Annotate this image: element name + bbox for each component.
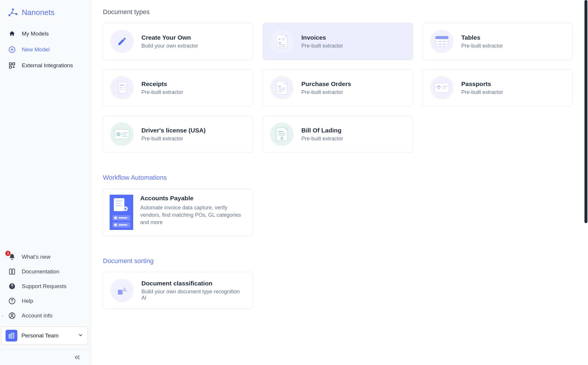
card-title: Receipts xyxy=(141,80,183,88)
svg-rect-7 xyxy=(9,66,11,68)
card-accounts-payable[interactable]: Accounts Payable Automate invoice data c… xyxy=(103,189,253,236)
svg-rect-16 xyxy=(278,44,285,45)
svg-point-18 xyxy=(279,38,280,40)
table-doc-icon xyxy=(430,30,454,53)
svg-rect-24 xyxy=(120,87,123,88)
collapse-sidebar-icon[interactable] xyxy=(74,354,81,361)
svg-rect-47 xyxy=(278,133,285,134)
book-icon xyxy=(8,268,16,275)
sidebar-item-documentation[interactable]: Documentation xyxy=(0,264,91,279)
svg-rect-6 xyxy=(13,63,15,65)
card-subtitle: Pre-built extractor xyxy=(141,89,183,95)
card-title: Tables xyxy=(461,34,503,41)
svg-rect-53 xyxy=(116,205,122,206)
page-scrollbar-thumb[interactable] xyxy=(584,0,587,223)
svg-rect-32 xyxy=(278,90,285,90)
svg-rect-57 xyxy=(118,217,127,218)
svg-rect-23 xyxy=(120,85,124,85)
svg-rect-14 xyxy=(277,35,287,48)
svg-rect-37 xyxy=(442,86,448,87)
svg-rect-60 xyxy=(118,224,127,226)
po-doc-icon: PO xyxy=(270,76,294,100)
card-title: Driver's license (USA) xyxy=(141,127,206,134)
svg-rect-15 xyxy=(278,43,281,43)
svg-text:PO: PO xyxy=(284,83,287,85)
svg-point-56 xyxy=(114,216,117,219)
svg-rect-25 xyxy=(124,87,125,88)
team-switcher[interactable]: Personal Team xyxy=(1,327,88,345)
svg-rect-44 xyxy=(122,136,127,137)
sidebar-nav-top: My Models New Model External Integration… xyxy=(0,25,91,73)
card-description: Automate invoice data capture, verify ve… xyxy=(140,204,246,226)
sidebar-item-label: External Integrations xyxy=(22,62,73,69)
section-title-workflow-automations[interactable]: Workflow Automations xyxy=(103,174,576,181)
svg-rect-52 xyxy=(116,203,121,204)
question-outline-icon xyxy=(8,297,16,305)
card-receipts[interactable]: Receipts Pre-built extractor xyxy=(103,69,253,106)
card-subtitle: Pre-built extractor xyxy=(461,43,503,49)
card-passports[interactable]: Passports Pre-built extractor xyxy=(423,69,573,106)
sidebar-item-label: Account info xyxy=(22,312,53,319)
home-icon xyxy=(8,30,16,38)
card-title: Passports xyxy=(461,80,503,88)
svg-rect-30 xyxy=(278,86,281,87)
card-document-classification[interactable]: Document classification Build your own d… xyxy=(103,272,253,309)
card-purchase-orders[interactable]: PO Purchase Orders Pre-built extractor xyxy=(263,69,413,106)
sidebar-item-label: What's new xyxy=(22,254,51,260)
brand-name: Nanonets xyxy=(22,8,54,17)
page-scrollbar-track[interactable] xyxy=(584,0,588,365)
invoice-doc-icon xyxy=(270,30,294,53)
team-icon xyxy=(6,330,17,342)
grid-add-icon xyxy=(8,62,16,69)
sidebar-item-label: Documentation xyxy=(22,268,59,275)
svg-rect-19 xyxy=(282,38,285,39)
team-label: Personal Team xyxy=(21,332,74,339)
card-invoices[interactable]: Invoices Pre-built extractor xyxy=(263,23,413,60)
svg-rect-17 xyxy=(278,46,285,47)
svg-rect-22 xyxy=(435,36,448,39)
card-subtitle: Build your own extractor xyxy=(141,43,198,49)
card-bill-of-lading[interactable]: Bill Of Lading Pre-built extractor xyxy=(263,116,413,153)
accounts-payable-thumb-icon xyxy=(110,195,133,230)
brand-logo[interactable]: Nanonets xyxy=(0,0,91,25)
sidebar-item-new-model[interactable]: New Model xyxy=(0,42,91,58)
sidebar: Nanonets My Models New Model External In… xyxy=(0,0,91,365)
passport-doc-icon xyxy=(430,76,454,100)
chevron-right-icon: › xyxy=(2,313,3,318)
brand-logo-icon xyxy=(8,7,18,18)
sidebar-item-my-models[interactable]: My Models xyxy=(0,26,91,42)
card-tables[interactable]: Tables Pre-built extractor xyxy=(423,23,573,60)
document-types-grid: Create Your Own Build your own extractor… xyxy=(103,23,576,153)
section-title-document-sorting[interactable]: Document sorting xyxy=(103,257,576,265)
sidebar-item-support-requests[interactable]: Support Requests xyxy=(0,279,91,294)
svg-rect-51 xyxy=(116,201,123,201)
svg-rect-20 xyxy=(282,40,284,40)
license-doc-icon xyxy=(110,122,134,146)
svg-rect-43 xyxy=(122,134,126,135)
sidebar-item-help[interactable]: Help xyxy=(0,294,91,308)
svg-rect-48 xyxy=(278,135,285,135)
svg-rect-61 xyxy=(118,290,123,295)
notification-badge: 3 xyxy=(5,251,11,256)
card-subtitle: Pre-built extractor xyxy=(461,89,503,95)
sidebar-nav-bottom: 3 What's new Documentation Support Reque… xyxy=(0,250,91,349)
svg-rect-26 xyxy=(120,89,123,90)
svg-rect-45 xyxy=(277,128,287,141)
card-drivers-license[interactable]: Driver's license (USA) Pre-built extract… xyxy=(103,116,253,153)
svg-rect-5 xyxy=(9,63,11,65)
sidebar-item-whats-new[interactable]: 3 What's new xyxy=(0,250,91,264)
svg-rect-46 xyxy=(278,131,283,132)
sidebar-item-account-info[interactable]: › Account info xyxy=(0,308,91,323)
sidebar-item-external-integrations[interactable]: External Integrations xyxy=(0,58,91,73)
sidebar-collapse-row xyxy=(0,349,91,365)
svg-rect-27 xyxy=(124,89,125,90)
card-subtitle: Pre-built extractor xyxy=(301,136,343,142)
card-title: Document classification xyxy=(141,280,245,287)
card-subtitle: Pre-built extractor xyxy=(301,89,351,95)
card-create-your-own[interactable]: Create Your Own Build your own extractor xyxy=(103,23,253,60)
sidebar-item-label: Support Requests xyxy=(22,283,66,290)
svg-rect-31 xyxy=(278,88,285,88)
card-title: Bill Of Lading xyxy=(301,127,343,134)
card-title: Accounts Payable xyxy=(140,195,246,202)
question-solid-icon xyxy=(8,282,16,290)
